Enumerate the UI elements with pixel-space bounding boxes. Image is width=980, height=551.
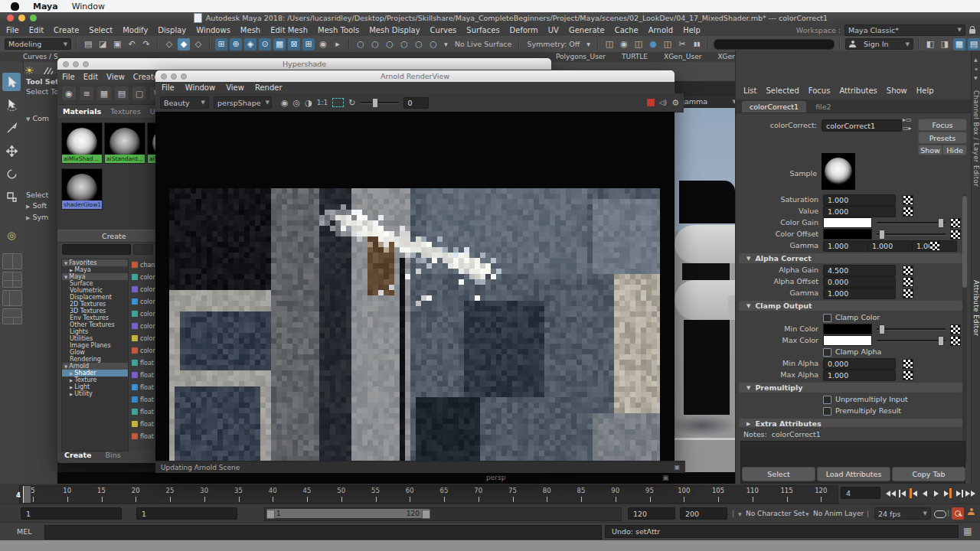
ipr-render-icon[interactable]: ◉ — [618, 38, 630, 51]
shelf-tab-xgen[interactable]: XGen — [717, 53, 736, 60]
node-item-color[interactable]: color — [129, 320, 155, 332]
view-as-icons[interactable]: ▦ — [96, 86, 112, 101]
snap-plane-icon[interactable]: ⊞ — [302, 38, 315, 51]
tool-settings-select[interactable]: Select — [26, 191, 48, 199]
render-node-icon[interactable]: ○ — [398, 38, 410, 51]
menu-curves[interactable]: Curves — [430, 26, 457, 34]
minimize-window-button[interactable] — [18, 15, 25, 21]
slider-color-gain[interactable] — [877, 222, 946, 224]
symmetry-caret[interactable]: ▾ — [584, 40, 593, 48]
zoom-ratio-button[interactable]: 1:1 — [317, 99, 328, 106]
log-icon[interactable]: ▣ — [674, 464, 680, 471]
exposure-value-field[interactable]: 0 — [403, 97, 429, 109]
animation-end-field[interactable]: 200 — [680, 507, 727, 520]
input-connections-icon[interactable]: ○ — [354, 38, 367, 51]
tree-item-image-planes[interactable]: Image Planes — [62, 342, 128, 349]
macos-app-menu[interactable]: Maya — [33, 2, 58, 11]
select-tool[interactable] — [2, 73, 21, 91]
current-frame-field[interactable]: 4 — [841, 487, 880, 499]
hypershade-menu-file[interactable]: File — [62, 73, 75, 81]
render-current-frame-icon[interactable]: ◫ — [603, 38, 616, 51]
tree-item-lights[interactable]: Lights — [62, 328, 128, 335]
region-render-icon[interactable] — [332, 98, 344, 107]
field-gamma-0[interactable]: 1.000 — [823, 240, 868, 252]
field-gamma-1[interactable]: 1.000 — [867, 240, 913, 252]
symmetry-label[interactable]: Symmetry: Off — [524, 40, 582, 48]
node-item-float[interactable]: float — [129, 430, 155, 442]
map-button-color-offset[interactable] — [950, 230, 961, 240]
tree-item-surface[interactable]: Surface — [62, 280, 128, 287]
open-scene-icon[interactable]: ◪ — [96, 38, 109, 51]
paint-select-tool[interactable] — [2, 119, 21, 137]
field-max-alpha[interactable]: 1.000 — [823, 370, 896, 381]
tree-item-env-textures[interactable]: Env Textures — [62, 315, 128, 321]
slider-handle[interactable] — [938, 336, 944, 346]
renderview-menu-window[interactable]: Window — [185, 83, 215, 92]
node-item-color[interactable]: color — [129, 332, 155, 344]
rotate-tool[interactable] — [2, 165, 21, 183]
hypershade-bottom-tab-create[interactable]: Create — [64, 451, 92, 459]
renderview-titlebar[interactable]: Arnold RenderView — [155, 70, 675, 82]
sort-icon[interactable]: ≡ — [79, 86, 94, 101]
attribute-toggle-icon[interactable]: ▦ — [953, 38, 965, 51]
animation-start-field[interactable]: 1 — [21, 507, 122, 520]
lock-selection-icon[interactable]: ◉ — [317, 38, 329, 51]
step-back-frame-button[interactable] — [897, 487, 907, 500]
select-object-icon[interactable]: ◆ — [178, 38, 190, 51]
hypershade-titlebar[interactable]: Hypershade — [57, 58, 551, 70]
layout-button-two-pane-stacked-layout[interactable] — [2, 308, 22, 324]
node-item-color[interactable]: color — [129, 308, 155, 320]
menu-modify[interactable]: Modify — [122, 26, 148, 34]
node-item-color[interactable]: color — [129, 344, 155, 357]
go-end-button[interactable] — [965, 487, 976, 500]
shelf-tab-turtle[interactable]: TURTLE — [622, 53, 648, 60]
step-back-key-button[interactable] — [908, 487, 919, 500]
tree-item-texture[interactable]: ▶Texture — [62, 377, 128, 383]
scale-tool[interactable] — [2, 187, 21, 206]
step-forward-key-button[interactable] — [942, 487, 953, 500]
map-button-min-color[interactable] — [950, 324, 961, 334]
animation-preferences-icon[interactable] — [968, 508, 971, 517]
tree-item-glow[interactable]: Glow — [62, 349, 128, 356]
checkbox-premultiply-result[interactable] — [823, 407, 831, 416]
material-swatch-aimixshad[interactable]: aiMixShad... — [61, 122, 103, 164]
range-start-handle[interactable] — [266, 510, 275, 519]
menu-create[interactable]: Create — [54, 26, 79, 34]
node-item-float[interactable]: float — [129, 381, 155, 393]
hypershade-bottom-tab-bins[interactable]: Bins — [106, 451, 121, 459]
render-settings-sphere-icon[interactable]: ● — [647, 38, 659, 51]
renderview-menu-file[interactable]: File — [162, 83, 175, 92]
layout-button-four-pane-layout[interactable] — [2, 272, 22, 288]
channel-display-icon[interactable]: ◑ — [305, 98, 312, 108]
map-button-gamma[interactable] — [929, 241, 940, 251]
output-connections-icon[interactable]: ○ — [369, 38, 381, 51]
range-slider-track[interactable]: 1 120 — [264, 507, 622, 521]
tab-attribute-editor[interactable]: Attribute Editor — [972, 280, 980, 336]
viewport-bar-icon[interactable]: ▣ — [662, 474, 669, 481]
hypershade-menu-edit[interactable]: Edit — [83, 73, 98, 81]
undo-icon[interactable]: ↶ — [126, 38, 138, 51]
material-swatch-shaderglow1[interactable]: shaderGlow1 — [61, 168, 103, 210]
outliner-toggle-icon[interactable]: ◧ — [924, 38, 936, 51]
menu-deform[interactable]: Deform — [510, 26, 538, 34]
tree-item-rendering[interactable]: Rendering — [62, 356, 128, 363]
map-button-value[interactable] — [903, 207, 913, 217]
section-premultiply[interactable]: ▼Premultiply — [739, 383, 962, 393]
material-swatch-aistandard[interactable]: aiStandard... — [104, 122, 145, 164]
select-button[interactable]: Select — [742, 467, 815, 481]
pause-icon[interactable]: ▮▮ — [691, 38, 703, 51]
renderview-menu-render[interactable]: Render — [255, 83, 283, 92]
zoom-window-button[interactable] — [30, 15, 37, 21]
checkbox-unpremultiply-input[interactable] — [823, 396, 831, 404]
slider-min-color[interactable] — [877, 328, 946, 331]
node-item-float[interactable]: float — [129, 357, 155, 369]
workspace-dropdown[interactable]: Maya Classic*▼ — [844, 24, 965, 36]
color-swatch-color-offset[interactable] — [823, 229, 872, 240]
character-set-menu[interactable]: No Character Set — [746, 510, 805, 517]
hypershade-shortcut-icon[interactable]: ✂ — [676, 38, 688, 51]
redo-icon[interactable]: ↷ — [140, 38, 152, 51]
snap-curve-icon[interactable]: ⊕ — [230, 38, 242, 51]
slider-handle[interactable] — [879, 324, 885, 334]
menu-set-dropdown[interactable]: Modeling▼ — [5, 38, 71, 50]
highlight-selection-icon[interactable]: ▸ — [332, 38, 344, 51]
